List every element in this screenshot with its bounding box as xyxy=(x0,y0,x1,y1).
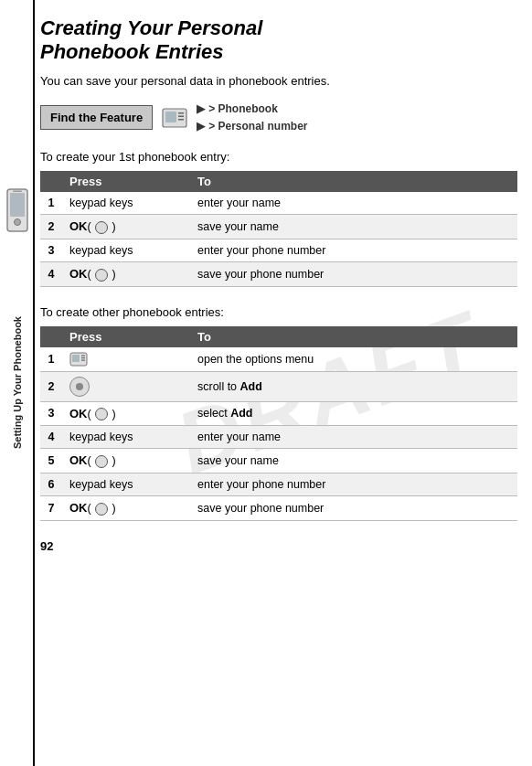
row-press: keypad keys xyxy=(62,239,190,261)
row-press: OK( ) xyxy=(62,261,190,286)
row-to: enter your name xyxy=(190,192,517,215)
table-row: 3keypad keysenter your phone number xyxy=(40,239,517,261)
intro-text: You can save your personal data in phone… xyxy=(40,74,517,88)
row-to: scroll to Add xyxy=(190,371,517,401)
sidebar-bar xyxy=(33,0,35,766)
row-num: 1 xyxy=(40,347,62,372)
row-press xyxy=(62,347,190,372)
row-press: OK( ) xyxy=(62,401,190,426)
row-press xyxy=(62,371,190,401)
device-menu-svg xyxy=(162,108,187,128)
row-to: save your name xyxy=(190,215,517,239)
ftf-menu-items: ▶> Phonebook ▶> Personal number xyxy=(197,101,307,135)
svg-rect-13 xyxy=(81,359,85,360)
section1-table: Press To 1keypad keysenter your name2OK(… xyxy=(40,171,517,286)
col-header-num2 xyxy=(40,326,62,347)
table-row: 4keypad keysenter your name xyxy=(40,426,517,449)
section2-heading: To create other phonebook entries: xyxy=(40,305,517,319)
page-title: Creating Your Personal Phonebook Entries xyxy=(40,16,517,65)
svg-rect-8 xyxy=(178,119,184,121)
col-header-num xyxy=(40,171,62,192)
table-row: 3OK( )select Add xyxy=(40,401,517,426)
arrow-icon-2: ▶ xyxy=(197,120,205,133)
table-row: 5OK( )save your name xyxy=(40,449,517,473)
row-to: select Add xyxy=(190,401,517,426)
ftf-menu-line1: ▶> Phonebook xyxy=(197,101,307,118)
title-line1: Creating Your Personal xyxy=(40,16,262,39)
row-num: 3 xyxy=(40,239,62,261)
table-row: 7OK( )save your phone number xyxy=(40,495,517,520)
menu-device-icon xyxy=(162,108,187,128)
svg-rect-3 xyxy=(13,191,22,193)
svg-rect-1 xyxy=(10,193,25,217)
table-row: 2OK( )save your name xyxy=(40,215,517,239)
row-to: save your name xyxy=(190,449,517,473)
phone-icon xyxy=(5,188,30,232)
row-to: enter your name xyxy=(190,426,517,449)
row-to: enter your phone number xyxy=(190,473,517,495)
row-num: 2 xyxy=(40,371,62,401)
find-the-feature-box: Find the Feature xyxy=(40,105,153,130)
row-to: open the options menu xyxy=(190,347,517,372)
row-num: 4 xyxy=(40,426,62,449)
row-num: 4 xyxy=(40,261,62,286)
row-num: 6 xyxy=(40,473,62,495)
row-to: enter your phone number xyxy=(190,239,517,261)
row-press: keypad keys xyxy=(62,192,190,215)
svg-rect-5 xyxy=(165,112,176,122)
sidebar: Setting Up Your Phonebook xyxy=(0,0,35,766)
row-press: OK( ) xyxy=(62,495,190,520)
title-line2: Phonebook Entries xyxy=(40,40,223,63)
row-num: 3 xyxy=(40,401,62,426)
find-the-feature-container: Find the Feature ▶> Phonebook ▶> Persona… xyxy=(40,101,517,135)
row-press: OK( ) xyxy=(62,215,190,239)
table-row: 2scroll to Add xyxy=(40,371,517,401)
row-to: save your phone number xyxy=(190,261,517,286)
row-num: 5 xyxy=(40,449,62,473)
table-row: 1keypad keysenter your name xyxy=(40,192,517,215)
table-row: 1open the options menu xyxy=(40,347,517,372)
section2-table: Press To 1open the options menu2scroll t… xyxy=(40,326,517,521)
row-to: save your phone number xyxy=(190,495,517,520)
svg-rect-10 xyxy=(72,355,80,362)
row-press: keypad keys xyxy=(62,473,190,495)
row-num: 1 xyxy=(40,192,62,215)
col-header-to2: To xyxy=(190,326,517,347)
page-number: 92 xyxy=(40,539,517,553)
row-num: 2 xyxy=(40,215,62,239)
svg-rect-11 xyxy=(81,355,85,356)
svg-rect-12 xyxy=(81,357,85,358)
row-press: OK( ) xyxy=(62,449,190,473)
table-row: 6keypad keysenter your phone number xyxy=(40,473,517,495)
section1-heading: To create your 1st phonebook entry: xyxy=(40,150,517,164)
svg-point-2 xyxy=(15,219,21,226)
table-row: 4OK( )save your phone number xyxy=(40,261,517,286)
sidebar-label: Setting Up Your Phonebook xyxy=(12,316,23,449)
ftf-menu-line2: ▶> Personal number xyxy=(197,118,307,135)
arrow-icon-1: ▶ xyxy=(197,102,205,115)
row-press: keypad keys xyxy=(62,426,190,449)
col-header-press1: Press xyxy=(62,171,190,192)
phone-icon-area xyxy=(2,183,33,238)
svg-rect-6 xyxy=(178,112,184,114)
main-content: Creating Your Personal Phonebook Entries… xyxy=(40,0,517,575)
svg-rect-7 xyxy=(178,115,184,117)
col-header-to1: To xyxy=(190,171,517,192)
col-header-press2: Press xyxy=(62,326,190,347)
row-num: 7 xyxy=(40,495,62,520)
